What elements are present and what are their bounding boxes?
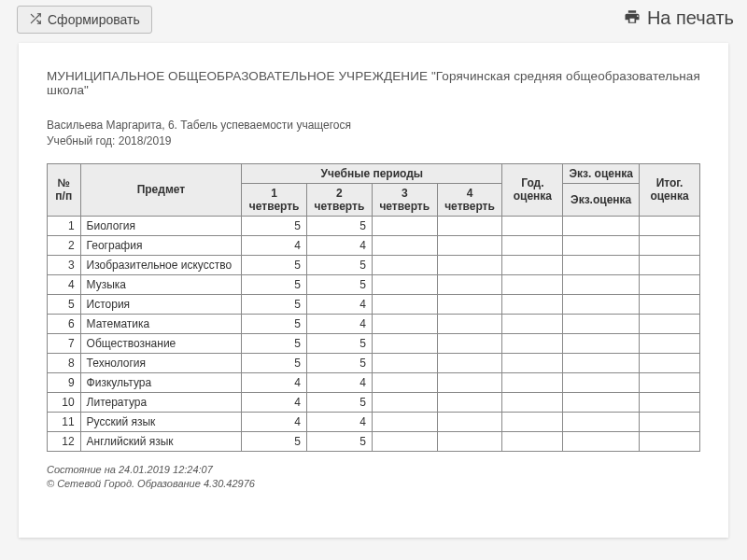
cell-n: 4 (48, 274, 81, 294)
cell-q2: 4 (307, 235, 373, 255)
cell-subject: Физкультура (80, 372, 242, 392)
grades-table: № п/п Предмет Учебные периоды Год. оценк… (47, 163, 700, 452)
cell-exam (563, 412, 640, 431)
cell-q1: 5 (242, 314, 307, 333)
cell-q4 (437, 235, 502, 255)
toolbar: Сформировать На печать (0, 0, 747, 37)
cell-q3 (372, 431, 437, 451)
cell-subject: Литература (80, 392, 242, 412)
cell-q2: 5 (307, 274, 373, 294)
cell-q3 (372, 255, 437, 274)
table-row: 8Технология55 (48, 353, 700, 372)
cell-q4 (437, 274, 502, 294)
cell-q3 (372, 412, 437, 431)
col-q4: 4 четверть (437, 183, 502, 216)
cell-exam (563, 235, 640, 255)
col-subject: Предмет (80, 163, 242, 216)
cell-final (640, 412, 700, 431)
cell-year (502, 372, 563, 392)
cell-q4 (437, 372, 502, 392)
cell-subject: Математика (80, 314, 242, 333)
cell-q4 (437, 431, 502, 451)
student-line: Васильева Маргарита, 6. Табель успеваемо… (47, 118, 700, 133)
col-year: Год. оценка (502, 163, 563, 216)
table-row: 2География44 (48, 235, 700, 255)
org-prefix: МУНИЦИПАЛЬНОЕ ОБЩЕОБРАЗОВАТЕЛЬНОЕ УЧРЕЖД… (47, 69, 428, 83)
print-button[interactable]: На печать (623, 6, 734, 31)
col-q3: 3 четверть (372, 183, 437, 216)
col-num: № п/п (48, 163, 81, 216)
cell-q3 (372, 333, 437, 353)
cell-final (640, 314, 700, 333)
cell-q4 (437, 294, 502, 314)
report-title: МУНИЦИПАЛЬНОЕ ОБЩЕОБРАЗОВАТЕЛЬНОЕ УЧРЕЖД… (47, 69, 700, 97)
cell-q1: 5 (242, 294, 307, 314)
cell-q1: 5 (242, 274, 307, 294)
cell-subject: Английский язык (80, 431, 242, 451)
cell-subject: Обществознание (80, 333, 242, 353)
cell-q3 (372, 372, 437, 392)
cell-year (502, 431, 563, 451)
table-row: 5История54 (48, 294, 700, 314)
cell-q1: 5 (242, 353, 307, 372)
cell-q3 (372, 392, 437, 412)
cell-q3 (372, 353, 437, 372)
cell-year (502, 294, 563, 314)
cell-q4 (437, 333, 502, 353)
cell-q1: 4 (242, 235, 307, 255)
cell-final (640, 274, 700, 294)
table-row: 10Литература45 (48, 392, 700, 412)
cell-final (640, 294, 700, 314)
generate-button[interactable]: Сформировать (17, 6, 152, 34)
shuffle-icon (29, 12, 42, 27)
cell-n: 5 (48, 294, 81, 314)
cell-year (502, 353, 563, 372)
cell-q4 (437, 255, 502, 274)
table-row: 12Английский язык55 (48, 431, 700, 451)
cell-q3 (372, 314, 437, 333)
cell-final (640, 216, 700, 235)
cell-subject: Технология (80, 353, 242, 372)
cell-final (640, 353, 700, 372)
cell-q1: 5 (242, 431, 307, 451)
cell-final (640, 392, 700, 412)
cell-q1: 4 (242, 372, 307, 392)
cell-exam (563, 255, 640, 274)
col-q1: 1 четверть (242, 183, 307, 216)
cell-q1: 5 (242, 216, 307, 235)
cell-year (502, 392, 563, 412)
cell-q3 (372, 294, 437, 314)
table-row: 6Математика54 (48, 314, 700, 333)
cell-exam (563, 333, 640, 353)
col-exam: Экз.оценка (563, 183, 640, 216)
cell-q2: 5 (307, 255, 373, 274)
cell-subject: География (80, 235, 242, 255)
cell-q2: 5 (307, 431, 373, 451)
col-periods: Учебные периоды (242, 163, 502, 183)
cell-q4 (437, 392, 502, 412)
cell-year (502, 255, 563, 274)
cell-q3 (372, 235, 437, 255)
cell-exam (563, 294, 640, 314)
cell-n: 3 (48, 255, 81, 274)
cell-exam (563, 274, 640, 294)
table-row: 3Изобразительное искусство55 (48, 255, 700, 274)
cell-q2: 4 (307, 372, 373, 392)
report-footer: Состояние на 24.01.2019 12:24:07 © Сетев… (47, 463, 700, 492)
cell-final (640, 235, 700, 255)
cell-q2: 4 (307, 314, 373, 333)
cell-subject: Биология (80, 216, 242, 235)
cell-year (502, 412, 563, 431)
cell-year (502, 333, 563, 353)
table-row: 11Русский язык44 (48, 412, 700, 431)
cell-n: 7 (48, 333, 81, 353)
cell-q2: 5 (307, 216, 373, 235)
cell-q4 (437, 216, 502, 235)
cell-q2: 5 (307, 333, 373, 353)
copyright-line: © Сетевой Город. Образование 4.30.42976 (47, 477, 700, 491)
cell-n: 1 (48, 216, 81, 235)
table-row: 9Физкультура44 (48, 372, 700, 392)
table-row: 4Музыка55 (48, 274, 700, 294)
cell-subject: Русский язык (80, 412, 242, 431)
cell-final (640, 255, 700, 274)
